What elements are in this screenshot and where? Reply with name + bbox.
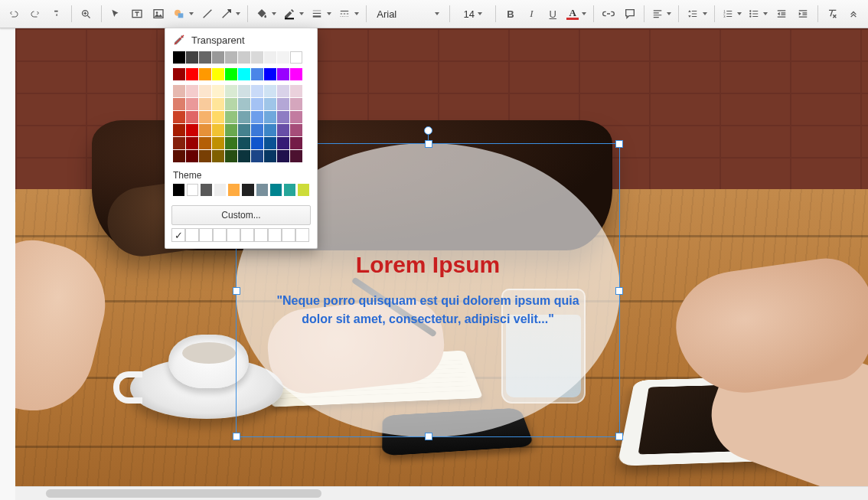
bold-button[interactable]: B bbox=[501, 3, 520, 25]
color-swatch[interactable] bbox=[173, 184, 184, 196]
color-swatch[interactable] bbox=[256, 184, 268, 196]
zoom-button[interactable] bbox=[77, 3, 96, 25]
recent-color-empty[interactable] bbox=[268, 228, 282, 242]
color-swatch[interactable] bbox=[186, 51, 198, 64]
color-swatch[interactable] bbox=[212, 150, 224, 162]
color-swatch[interactable] bbox=[199, 111, 211, 123]
color-swatch[interactable] bbox=[251, 98, 263, 110]
color-swatch[interactable] bbox=[212, 137, 224, 149]
horizontal-scrollbar[interactable] bbox=[15, 486, 868, 500]
border-weight-button[interactable] bbox=[308, 3, 334, 25]
color-swatch[interactable] bbox=[199, 124, 211, 136]
color-swatch[interactable] bbox=[173, 85, 185, 97]
color-swatch[interactable] bbox=[186, 85, 198, 97]
fill-color-button[interactable] bbox=[253, 3, 279, 25]
color-swatch[interactable] bbox=[212, 68, 224, 80]
color-swatch[interactable] bbox=[238, 111, 250, 123]
color-swatch[interactable] bbox=[225, 111, 237, 123]
font-size-select[interactable]: 14 bbox=[455, 3, 491, 25]
color-swatch[interactable] bbox=[264, 85, 276, 97]
color-swatch[interactable] bbox=[173, 51, 185, 64]
recent-color-empty[interactable] bbox=[240, 228, 254, 242]
color-swatch[interactable] bbox=[277, 137, 289, 149]
color-swatch[interactable] bbox=[186, 150, 198, 162]
resize-handle-mr[interactable] bbox=[615, 287, 623, 295]
color-swatch[interactable] bbox=[264, 68, 276, 80]
color-swatch[interactable] bbox=[264, 98, 276, 110]
color-swatch[interactable] bbox=[277, 150, 289, 162]
border-dash-button[interactable] bbox=[335, 3, 361, 25]
color-swatch[interactable] bbox=[290, 137, 302, 149]
color-swatch[interactable] bbox=[173, 150, 185, 162]
color-swatch[interactable] bbox=[187, 184, 198, 196]
paint-format-button[interactable] bbox=[47, 3, 67, 25]
color-swatch[interactable] bbox=[270, 184, 282, 196]
select-tool[interactable] bbox=[106, 3, 126, 25]
color-swatch[interactable] bbox=[277, 111, 289, 123]
color-swatch[interactable] bbox=[212, 98, 224, 110]
color-swatch[interactable] bbox=[199, 85, 211, 97]
color-swatch[interactable] bbox=[199, 68, 211, 80]
resize-handle-bl[interactable] bbox=[233, 433, 240, 440]
underline-button[interactable]: U bbox=[543, 3, 563, 25]
bulleted-list-button[interactable] bbox=[746, 3, 770, 25]
recent-color-empty[interactable] bbox=[213, 228, 227, 242]
scrollbar-thumb[interactable] bbox=[46, 489, 321, 498]
color-swatch[interactable] bbox=[199, 150, 211, 162]
italic-button[interactable]: I bbox=[522, 3, 542, 25]
color-swatch[interactable] bbox=[290, 150, 302, 162]
color-swatch[interactable] bbox=[186, 68, 198, 80]
color-swatch[interactable] bbox=[212, 51, 224, 64]
arrow-tool[interactable] bbox=[218, 3, 243, 25]
color-swatch[interactable] bbox=[199, 51, 211, 64]
color-swatch[interactable] bbox=[199, 98, 211, 110]
color-swatch[interactable] bbox=[238, 68, 250, 80]
color-swatch[interactable] bbox=[186, 124, 198, 136]
color-swatch[interactable] bbox=[238, 85, 250, 97]
color-swatch[interactable] bbox=[225, 51, 237, 64]
resize-handle-ml[interactable] bbox=[233, 287, 240, 295]
color-swatch[interactable] bbox=[290, 68, 302, 80]
color-swatch[interactable] bbox=[277, 124, 289, 136]
recent-color-empty[interactable] bbox=[282, 228, 295, 242]
color-swatch[interactable] bbox=[201, 184, 212, 196]
color-swatch[interactable] bbox=[290, 124, 302, 136]
font-family-select[interactable]: Arial bbox=[371, 3, 445, 25]
resize-handle-bm[interactable] bbox=[425, 433, 432, 440]
recent-color-empty[interactable] bbox=[254, 228, 268, 242]
color-swatch[interactable] bbox=[251, 111, 263, 123]
color-swatch[interactable] bbox=[251, 150, 263, 162]
color-swatch[interactable] bbox=[290, 98, 302, 110]
color-swatch[interactable] bbox=[251, 68, 263, 80]
border-color-button[interactable] bbox=[280, 3, 306, 25]
undo-button[interactable] bbox=[5, 3, 24, 25]
insert-comment-button[interactable] bbox=[620, 3, 640, 25]
color-swatch[interactable] bbox=[290, 85, 302, 97]
color-swatch[interactable] bbox=[173, 98, 185, 110]
color-swatch[interactable] bbox=[264, 124, 276, 136]
color-swatch[interactable] bbox=[251, 85, 263, 97]
color-swatch[interactable] bbox=[290, 111, 302, 123]
align-button[interactable] bbox=[649, 3, 674, 25]
color-swatch[interactable] bbox=[225, 124, 237, 136]
color-swatch[interactable] bbox=[212, 111, 224, 123]
color-swatch[interactable] bbox=[242, 184, 253, 196]
decrease-indent-button[interactable] bbox=[772, 3, 791, 25]
color-swatch[interactable] bbox=[225, 150, 237, 162]
color-swatch[interactable] bbox=[251, 124, 263, 136]
resize-handle-br[interactable] bbox=[615, 433, 623, 440]
color-swatch[interactable] bbox=[225, 137, 237, 149]
color-swatch[interactable] bbox=[225, 98, 237, 110]
color-swatch[interactable] bbox=[277, 68, 289, 80]
color-swatch[interactable] bbox=[277, 51, 289, 64]
color-swatch[interactable] bbox=[298, 184, 309, 196]
color-swatch[interactable] bbox=[238, 150, 250, 162]
text-color-button[interactable]: A bbox=[564, 3, 589, 25]
color-swatch[interactable] bbox=[238, 51, 250, 64]
color-swatch[interactable] bbox=[214, 184, 226, 196]
color-swatch[interactable] bbox=[186, 137, 198, 149]
color-swatch[interactable] bbox=[264, 111, 276, 123]
recent-color-empty[interactable] bbox=[185, 228, 199, 242]
color-swatch[interactable] bbox=[264, 51, 276, 64]
line-spacing-button[interactable] bbox=[684, 3, 710, 25]
